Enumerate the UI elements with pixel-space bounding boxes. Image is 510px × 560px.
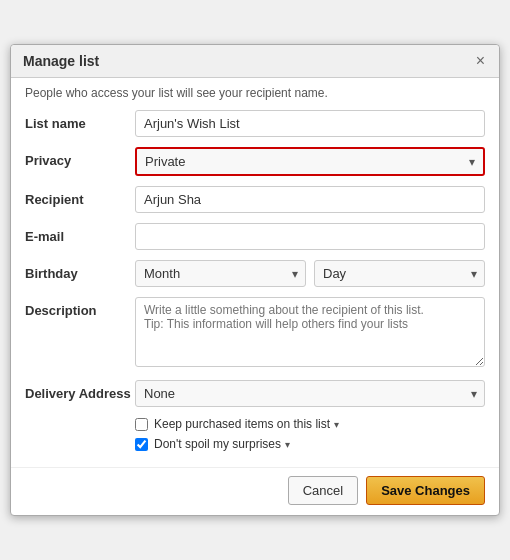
modal-header: Manage list × [11,45,499,78]
recipient-input[interactable] [135,186,485,213]
birthday-label: Birthday [25,260,135,281]
description-control [135,297,485,370]
recipient-label: Recipient [25,186,135,207]
save-button[interactable]: Save Changes [366,476,485,505]
delivery-label: Delivery Address [25,380,135,401]
checkbox2-label-wrap: Don't spoil my surprises ▾ [154,437,290,451]
checkbox2-label: Don't spoil my surprises [154,437,281,451]
birthday-month-select[interactable]: Month JanuaryFebruaryMarch AprilMayJune … [135,260,306,287]
birthday-row: Birthday Month JanuaryFebruaryMarch Apri… [25,260,485,287]
list-name-input[interactable] [135,110,485,137]
list-name-label: List name [25,110,135,131]
delivery-select-wrapper: None [135,380,485,407]
description-textarea[interactable] [135,297,485,367]
delivery-row: Delivery Address None [25,380,485,407]
manage-list-modal: Manage list × People who access your lis… [10,44,500,516]
delivery-select[interactable]: None [135,380,485,407]
cancel-button[interactable]: Cancel [288,476,358,505]
privacy-control: Private Public Shared [135,147,485,176]
checkbox1-dropdown-icon[interactable]: ▾ [334,419,339,430]
email-label: E-mail [25,223,135,244]
birthday-month-wrapper: Month JanuaryFebruaryMarch AprilMayJune … [135,260,306,287]
keep-items-checkbox[interactable] [135,418,148,431]
checkbox2-dropdown-icon[interactable]: ▾ [285,439,290,450]
no-spoil-checkbox[interactable] [135,438,148,451]
close-button[interactable]: × [474,53,487,69]
modal-footer: Cancel Save Changes [11,467,499,515]
privacy-row: Privacy Private Public Shared [25,147,485,176]
birthday-control: Month JanuaryFebruaryMarch AprilMayJune … [135,260,485,287]
modal-title: Manage list [23,53,99,69]
checkbox1-row: Keep purchased items on this list ▾ [135,417,485,431]
privacy-select[interactable]: Private Public Shared [137,149,483,174]
list-name-control [135,110,485,137]
privacy-select-wrapper: Private Public Shared [135,147,485,176]
description-label: Description [25,297,135,318]
checkbox2-row: Don't spoil my surprises ▾ [135,437,485,451]
birthday-day-select[interactable]: Day 12345 678910 1112131415 1617181920 2… [314,260,485,287]
privacy-label: Privacy [25,147,135,168]
email-input[interactable] [135,223,485,250]
modal-subtitle: People who access your list will see you… [11,78,499,106]
checkbox1-label-wrap: Keep purchased items on this list ▾ [154,417,339,431]
modal-body: List name Privacy Private Public Shared … [11,106,499,467]
birthday-day-wrapper: Day 12345 678910 1112131415 1617181920 2… [314,260,485,287]
list-name-row: List name [25,110,485,137]
email-control [135,223,485,250]
recipient-control [135,186,485,213]
recipient-row: Recipient [25,186,485,213]
email-row: E-mail [25,223,485,250]
delivery-control: None [135,380,485,407]
description-row: Description [25,297,485,370]
checkbox1-label: Keep purchased items on this list [154,417,330,431]
